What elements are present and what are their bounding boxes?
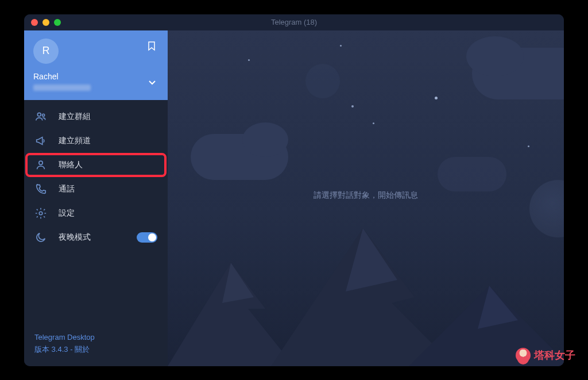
menu-item-new-channel[interactable]: 建立頻道 — [24, 129, 168, 153]
menu-item-settings[interactable]: 設定 — [24, 201, 168, 225]
night-mode-toggle[interactable] — [137, 232, 157, 243]
moon-icon — [34, 231, 47, 244]
bg-cloud — [466, 36, 524, 76]
user-phone-blurred — [33, 85, 91, 91]
menu-label: 設定 — [59, 208, 75, 218]
bg-star — [373, 122, 374, 124]
sidebar-menu: 建立群組 建立頻道 聯絡人 — [24, 100, 168, 324]
svg-point-3 — [39, 212, 42, 215]
close-window-button[interactable] — [31, 19, 38, 26]
chevron-down-icon[interactable] — [147, 77, 157, 90]
saved-messages-icon[interactable] — [147, 41, 156, 53]
menu-item-calls[interactable]: 通話 — [24, 177, 168, 201]
sidebar: R Rachel 建立群組 — [24, 30, 168, 366]
bg-star — [435, 97, 438, 99]
bg-cloud — [438, 157, 506, 191]
bg-star — [340, 45, 342, 47]
menu-label: 夜晚模式 — [59, 232, 91, 243]
avatar[interactable]: R — [33, 39, 59, 64]
menu-label: 通話 — [59, 184, 75, 194]
watermark-text: 塔科女子 — [534, 348, 575, 362]
svg-point-1 — [42, 114, 45, 116]
menu-label: 聯絡人 — [59, 160, 83, 170]
minimize-window-button[interactable] — [42, 19, 49, 26]
menu-item-contacts[interactable]: 聯絡人 — [26, 154, 165, 176]
bg-mountains — [168, 217, 564, 366]
window-body: R Rachel 建立群組 — [24, 30, 564, 366]
traffic-lights — [31, 19, 61, 26]
menu-item-new-group[interactable]: 建立群組 — [24, 105, 168, 129]
phone-icon — [34, 183, 47, 195]
username-label: Rachel — [33, 72, 158, 81]
bg-star — [248, 59, 250, 61]
svg-point-0 — [37, 113, 41, 116]
group-icon — [34, 110, 47, 123]
sidebar-header: R Rachel — [24, 30, 168, 100]
watermark: 塔科女子 — [516, 348, 575, 363]
gear-icon — [34, 207, 47, 220]
titlebar: Telegram (18) — [24, 14, 564, 30]
window-title: Telegram (18) — [271, 18, 317, 26]
bg-star — [528, 145, 529, 147]
svg-point-2 — [39, 161, 42, 164]
maximize-window-button[interactable] — [54, 19, 61, 26]
bg-cloud — [242, 122, 288, 157]
megaphone-icon — [34, 135, 47, 147]
version-label[interactable]: 版本 3.4.3 - 關於 — [34, 344, 157, 356]
main-panel: 請選擇對話對象，開始傳訊息 — [168, 30, 564, 366]
bg-star — [351, 105, 354, 108]
toggle-knob — [148, 233, 156, 241]
person-icon — [34, 159, 47, 171]
sidebar-footer: Telegram Desktop 版本 3.4.3 - 關於 — [24, 324, 168, 366]
menu-label: 建立頻道 — [59, 136, 91, 146]
app-name-label: Telegram Desktop — [34, 332, 157, 344]
svg-marker-5 — [222, 263, 254, 303]
menu-item-night-mode[interactable]: 夜晚模式 — [24, 225, 168, 250]
app-window: Telegram (18) R Rachel 建立群組 — [24, 14, 564, 366]
empty-state-message: 請選擇對話對象，開始傳訊息 — [314, 190, 418, 201]
menu-label: 建立群組 — [59, 112, 91, 122]
watermark-icon — [516, 348, 531, 363]
bg-cloud — [305, 64, 340, 98]
